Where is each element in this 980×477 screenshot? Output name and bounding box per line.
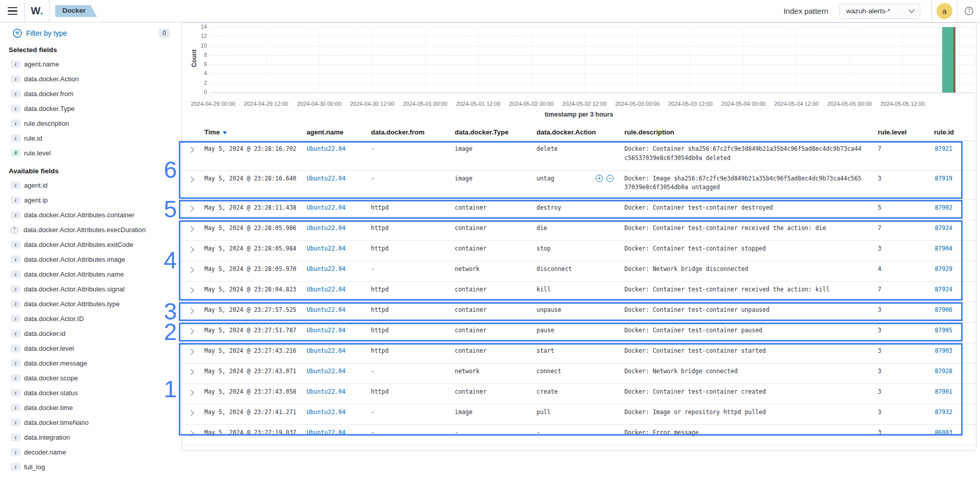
agent-name-link[interactable]: Ubuntu22.04 bbox=[307, 286, 345, 293]
column-header-rule-description[interactable]: rule.description bbox=[624, 123, 878, 141]
sidebar-field-data.docker.Actor.Attributes.signal[interactable]: tdata.docker.Actor.Attributes.signal bbox=[0, 282, 178, 297]
filter-by-type-button[interactable]: Filter by type 0 bbox=[13, 27, 170, 39]
rule-id-link[interactable]: 87906 bbox=[935, 306, 952, 313]
y-tick-label: 8 bbox=[186, 52, 207, 58]
string-field-icon: t bbox=[11, 330, 20, 337]
sidebar-field-data.docker.timeNano[interactable]: tdata.docker.timeNano bbox=[0, 415, 178, 430]
agent-name-link[interactable]: Ubuntu22.04 bbox=[307, 204, 345, 211]
agent-name-link[interactable]: Ubuntu22.04 bbox=[307, 429, 345, 436]
sidebar-field-data.docker.id[interactable]: tdata.docker.id bbox=[0, 326, 178, 341]
expand-row-button[interactable] bbox=[182, 302, 204, 322]
expand-row-button[interactable] bbox=[182, 141, 204, 170]
expand-row-button[interactable] bbox=[182, 425, 204, 445]
agent-name-link[interactable]: Ubuntu22.04 bbox=[307, 368, 345, 375]
sidebar-field-agent.ip[interactable]: tagent.ip bbox=[0, 193, 178, 208]
expand-row-button[interactable] bbox=[182, 220, 204, 240]
x-axis-title: timestamp per 3 hours bbox=[182, 111, 976, 118]
sidebar-field-data.docker.time[interactable]: tdata.docker.time bbox=[0, 400, 178, 415]
expand-row-button[interactable] bbox=[182, 323, 204, 343]
expand-row-button[interactable] bbox=[182, 282, 204, 302]
cell-agent-name: Ubuntu22.04 bbox=[307, 200, 371, 220]
sidebar-field-data.docker.scope[interactable]: tdata.docker.scope bbox=[0, 371, 178, 385]
chevron-right-icon bbox=[188, 147, 194, 152]
sidebar-field-data.docker.Type[interactable]: tdata.docker.Type bbox=[0, 101, 178, 116]
sidebar-field-data.docker.Actor.Attributes.image[interactable]: tdata.docker.Actor.Attributes.image bbox=[0, 252, 178, 267]
rule-id-link[interactable]: 87902 bbox=[935, 204, 952, 211]
column-header-label: rule.id bbox=[934, 128, 954, 136]
sidebar-field-rule.id[interactable]: trule.id bbox=[0, 131, 178, 146]
column-header-time[interactable]: Time bbox=[204, 123, 307, 141]
column-header-data-docker-action[interactable]: data.docker.Action bbox=[536, 123, 624, 141]
rule-id-link[interactable]: 87921 bbox=[935, 145, 952, 152]
sidebar-field-data.docker.status[interactable]: tdata.docker.status bbox=[0, 385, 178, 400]
expand-row-button[interactable] bbox=[182, 343, 204, 363]
agent-name-link[interactable]: Ubuntu22.04 bbox=[307, 327, 345, 334]
agent-name-link[interactable]: Ubuntu22.04 bbox=[307, 245, 345, 252]
sidebar-field-decoder.name[interactable]: tdecoder.name bbox=[0, 445, 178, 460]
rule-id-link[interactable]: 87904 bbox=[935, 245, 952, 252]
expand-row-button[interactable] bbox=[182, 261, 204, 281]
help-button[interactable]: ? bbox=[958, 7, 980, 15]
expand-row-button[interactable] bbox=[182, 171, 204, 200]
column-header-data-docker-from[interactable]: data.docker.from bbox=[371, 123, 455, 141]
rule-id-link[interactable]: 87924 bbox=[935, 286, 952, 293]
sidebar-field-data.docker.Actor.Attributes.execDuration[interactable]: ?data.docker.Actor.Attributes.execDurati… bbox=[0, 222, 178, 237]
sidebar-field-id[interactable]: tid bbox=[0, 474, 178, 477]
cell-time: May 5, 2024 @ 23:28:05.986 bbox=[204, 220, 307, 240]
field-name-label: data.docker.timeNano bbox=[24, 419, 88, 426]
wazuh-logo[interactable]: W. bbox=[25, 5, 49, 17]
agent-name-link[interactable]: Ubuntu22.04 bbox=[307, 347, 345, 354]
rule-id-link[interactable]: 87919 bbox=[935, 175, 952, 182]
expand-row-button[interactable] bbox=[182, 404, 204, 424]
sidebar-field-data.docker.Actor.Attributes.type[interactable]: tdata.docker.Actor.Attributes.type bbox=[0, 297, 178, 311]
sidebar-field-data.docker.Action[interactable]: tdata.docker.Action bbox=[0, 72, 178, 86]
agent-name-link[interactable]: Ubuntu22.04 bbox=[307, 388, 345, 395]
agent-name-link[interactable]: Ubuntu22.04 bbox=[307, 265, 345, 272]
rule-id-link[interactable]: 87932 bbox=[935, 408, 952, 416]
sidebar-field-data.docker.level[interactable]: tdata.docker.level bbox=[0, 341, 178, 356]
rule-id-link[interactable]: 87928 bbox=[935, 368, 952, 375]
column-header-data-docker-type[interactable]: data.docker.Type bbox=[455, 123, 536, 141]
agent-name-link[interactable]: Ubuntu22.04 bbox=[307, 175, 345, 182]
rule-id-link[interactable]: 87924 bbox=[935, 224, 952, 232]
cell-docker-from: - bbox=[371, 425, 455, 445]
expand-row-button[interactable] bbox=[182, 200, 204, 220]
avatar[interactable]: a bbox=[937, 3, 952, 19]
rule-id-link[interactable]: 87929 bbox=[935, 265, 952, 272]
expand-row-button[interactable] bbox=[182, 384, 204, 404]
sidebar-field-rule.level[interactable]: #rule.level bbox=[0, 146, 178, 161]
rule-id-link[interactable]: 87905 bbox=[935, 327, 952, 334]
tab-docker[interactable]: Docker bbox=[55, 5, 97, 17]
menu-icon[interactable] bbox=[0, 0, 25, 22]
agent-name-link[interactable]: Ubuntu22.04 bbox=[307, 408, 345, 416]
rule-id-link[interactable]: 87901 bbox=[935, 388, 952, 395]
index-pattern-select[interactable]: wazuh-alerts-* bbox=[839, 4, 920, 19]
sidebar-field-agent.id[interactable]: tagent.id bbox=[0, 178, 178, 193]
agent-name-link[interactable]: Ubuntu22.04 bbox=[307, 224, 345, 232]
sidebar-field-data.docker.Actor.Attributes.exitCode[interactable]: tdata.docker.Actor.Attributes.exitCode bbox=[0, 237, 178, 252]
column-header-rule-level[interactable]: rule.level bbox=[878, 123, 934, 141]
sidebar-field-data.docker.Actor.ID[interactable]: tdata.docker.Actor.ID bbox=[0, 311, 178, 326]
sidebar-field-data.integration[interactable]: tdata.integration bbox=[0, 430, 178, 445]
filter-out-value-icon[interactable]: − bbox=[606, 175, 614, 182]
cell-docker-action: pause bbox=[536, 323, 624, 343]
cell-rule-description: Docker: Container test-container started bbox=[624, 343, 878, 363]
rule-id-link[interactable]: 87903 bbox=[935, 347, 952, 354]
expand-row-button[interactable] bbox=[182, 241, 204, 261]
rule-id-link[interactable]: 86003 bbox=[935, 429, 952, 436]
column-header-rule-id[interactable]: rule.id bbox=[934, 123, 976, 141]
sidebar-field-rule.description[interactable]: trule.description bbox=[0, 116, 178, 131]
expand-row-button[interactable] bbox=[182, 364, 204, 383]
sidebar-field-data.docker.Actor.Attributes.container[interactable]: tdata.docker.Actor.Attributes.container bbox=[0, 208, 178, 222]
agent-name-link[interactable]: Ubuntu22.04 bbox=[307, 306, 345, 313]
sidebar-field-data.docker.Actor.Attributes.name[interactable]: tdata.docker.Actor.Attributes.name bbox=[0, 267, 178, 282]
sidebar-field-data.docker.from[interactable]: tdata.docker.from bbox=[0, 86, 178, 101]
sidebar-field-full_log[interactable]: tfull_log bbox=[0, 460, 178, 474]
sidebar-field-agent.name[interactable]: tagent.name bbox=[0, 57, 178, 72]
table-row: May 5, 2024 @ 23:27:41.271Ubuntu22.04-im… bbox=[182, 404, 976, 425]
filter-for-value-icon[interactable]: + bbox=[596, 175, 603, 182]
column-header-agent-name[interactable]: agent.name bbox=[307, 123, 371, 141]
agent-name-link[interactable]: Ubuntu22.04 bbox=[307, 145, 345, 152]
sidebar-field-data.docker.message[interactable]: tdata.docker.message bbox=[0, 356, 178, 371]
x-tick-label: 2024-05-05 12:00 bbox=[874, 101, 930, 107]
